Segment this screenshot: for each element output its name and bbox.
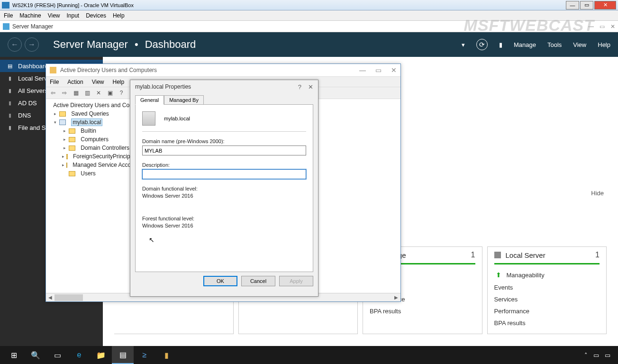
scroll-right-button[interactable]: ▶ xyxy=(392,294,400,301)
aduc-close-button[interactable]: ✕ xyxy=(391,66,397,74)
expand-icon[interactable]: ▸ xyxy=(62,137,67,142)
cancel-button[interactable]: Cancel xyxy=(241,276,275,286)
breadcrumb-separator-icon: • xyxy=(135,38,138,50)
folder-icon xyxy=(59,111,66,117)
tree-domain[interactable]: ▾ mylab.local xyxy=(46,118,137,127)
search-button[interactable]: 🔍 xyxy=(25,346,46,364)
toolbar-help-button[interactable]: ? xyxy=(116,88,127,98)
tree-computers[interactable]: ▸ Computers xyxy=(46,135,137,144)
toolbar-back-button[interactable]: ⇦ xyxy=(48,88,58,98)
aduc-minimize-button[interactable]: — xyxy=(359,66,366,74)
tab-managed-by[interactable]: Managed By xyxy=(164,95,204,105)
aduc-menu-file[interactable]: File xyxy=(50,79,59,85)
tray-network-icon[interactable]: ▭ xyxy=(593,352,599,359)
vb-menu-view[interactable]: View xyxy=(48,12,60,19)
sm-maximize-button[interactable]: ▭ xyxy=(600,23,605,30)
vb-minimize-button[interactable]: — xyxy=(566,1,579,9)
nav-forward-button[interactable]: → xyxy=(25,37,39,52)
taskbar-powershell[interactable]: ≥ xyxy=(134,346,155,364)
aduc-titlebar[interactable]: Active Directory Users and Computers — ▭… xyxy=(46,64,400,76)
sidebar-item-label: DNS xyxy=(18,112,31,119)
vb-maximize-button[interactable]: ▭ xyxy=(580,1,593,9)
tree-msa[interactable]: ▸ Managed Service Accounts xyxy=(46,161,137,169)
properties-titlebar[interactable]: mylab.local Properties ? ✕ xyxy=(130,80,318,93)
expand-icon[interactable]: ▸ xyxy=(53,111,57,116)
dfl-label: Domain functional level: xyxy=(142,186,306,191)
scroll-thumb[interactable] xyxy=(55,294,83,301)
sm-close-button[interactable]: ✕ xyxy=(610,23,615,30)
aduc-menu-action[interactable]: Action xyxy=(67,79,83,85)
tray-action-center-icon[interactable]: ▭ xyxy=(605,352,610,359)
tab-general[interactable]: General xyxy=(135,95,164,105)
task-view-button[interactable]: ▭ xyxy=(46,346,68,364)
aduc-icon xyxy=(50,67,56,73)
expand-icon[interactable]: ▸ xyxy=(62,163,64,167)
collapse-icon[interactable]: ▾ xyxy=(53,120,57,125)
vb-menu-file[interactable]: File xyxy=(4,12,13,19)
sm-minimize-button[interactable]: — xyxy=(588,23,594,30)
start-button[interactable]: ⊞ xyxy=(3,346,25,364)
header-dropdown-caret-icon[interactable]: ▾ xyxy=(462,41,465,48)
expand-icon[interactable]: ▸ xyxy=(62,154,64,159)
expand-icon[interactable]: ▸ xyxy=(62,128,67,133)
domain-name-field[interactable] xyxy=(142,146,306,155)
server-manager-titlebar: Server Manager — ▭ ✕ xyxy=(0,21,618,32)
vb-menu-input[interactable]: Input xyxy=(67,12,80,19)
hide-link[interactable]: Hide xyxy=(591,190,604,197)
aduc-menu-view[interactable]: View xyxy=(92,79,104,85)
properties-close-button[interactable]: ✕ xyxy=(308,83,313,91)
tree-domain-controllers[interactable]: ▸ Domain Controllers xyxy=(46,144,137,152)
vb-menu-help[interactable]: Help xyxy=(113,12,125,19)
taskbar-app[interactable]: ▮ xyxy=(155,346,177,364)
tile-line-manageability[interactable]: ⬆Manageability xyxy=(494,268,600,282)
ffl-label: Forest functional level: xyxy=(142,216,306,221)
vb-menu-machine[interactable]: Machine xyxy=(19,12,41,19)
tile-line[interactable]: Performance xyxy=(494,305,600,317)
tile-line[interactable]: Events xyxy=(494,282,600,293)
flag-icon[interactable]: ▮ xyxy=(499,41,502,48)
tree-builtin[interactable]: ▸ Builtin xyxy=(46,127,137,135)
taskbar-explorer[interactable]: 📁 xyxy=(90,346,112,364)
nav-back-button[interactable]: ← xyxy=(8,37,22,52)
apply-button[interactable]: Apply xyxy=(279,276,313,286)
folder-icon xyxy=(69,137,75,142)
tree-saved-queries[interactable]: ▸ Saved Queries xyxy=(46,109,137,118)
menu-view[interactable]: View xyxy=(573,41,586,48)
menu-tools[interactable]: Tools xyxy=(547,41,562,48)
toolbar-delete-button[interactable]: ✕ xyxy=(93,88,104,98)
virtualbox-menubar: File Machine View Input Devices Help xyxy=(0,10,618,21)
vb-menu-devices[interactable]: Devices xyxy=(86,12,106,19)
taskbar-server-manager[interactable]: ▤ xyxy=(112,346,134,364)
dns-icon xyxy=(7,112,13,118)
menu-manage[interactable]: Manage xyxy=(514,41,536,48)
tree-root[interactable]: Active Directory Users and Computers xyxy=(46,101,137,109)
tree-fsp[interactable]: ▸ ForeignSecurityPrincipals xyxy=(46,152,137,161)
menu-help[interactable]: Help xyxy=(598,41,610,48)
aduc-menu-help[interactable]: Help xyxy=(113,79,125,85)
toolbar-forward-button[interactable]: ⇨ xyxy=(59,88,70,98)
breadcrumb-root[interactable]: Server Manager xyxy=(53,38,128,50)
aduc-tree: Active Directory Users and Computers ▸ S… xyxy=(46,99,138,293)
properties-help-button[interactable]: ? xyxy=(298,83,301,91)
description-field[interactable] xyxy=(142,169,306,179)
toolbar-up-button[interactable]: ▦ xyxy=(71,88,81,98)
taskbar-ie[interactable]: e xyxy=(68,346,90,364)
tray-overflow-button[interactable]: ˄ xyxy=(584,352,588,359)
aduc-maximize-button[interactable]: ▭ xyxy=(375,66,382,74)
refresh-button[interactable]: ⟳ xyxy=(476,39,488,50)
toolbar-properties-button[interactable]: ▥ xyxy=(82,88,92,98)
tile-line[interactable]: BPA results xyxy=(370,305,475,317)
tile-local-server[interactable]: Local Server1 ⬆Manageability Events Serv… xyxy=(487,246,607,334)
domain-display-name: mylab.local xyxy=(164,116,190,121)
tile-line[interactable]: Services xyxy=(494,293,600,305)
expand-icon[interactable]: ▸ xyxy=(62,146,67,150)
vb-close-button[interactable]: ✕ xyxy=(594,1,616,9)
tile-line[interactable]: BPA results xyxy=(494,317,600,329)
server-manager-icon xyxy=(3,23,9,30)
folder-icon xyxy=(69,146,75,151)
scroll-left-button[interactable]: ◀ xyxy=(46,294,55,301)
tree-users[interactable]: Users xyxy=(46,169,137,178)
toolbar-refresh-button[interactable]: ▣ xyxy=(105,88,115,98)
ok-button[interactable]: OK xyxy=(203,276,237,286)
adds-icon xyxy=(7,100,13,106)
